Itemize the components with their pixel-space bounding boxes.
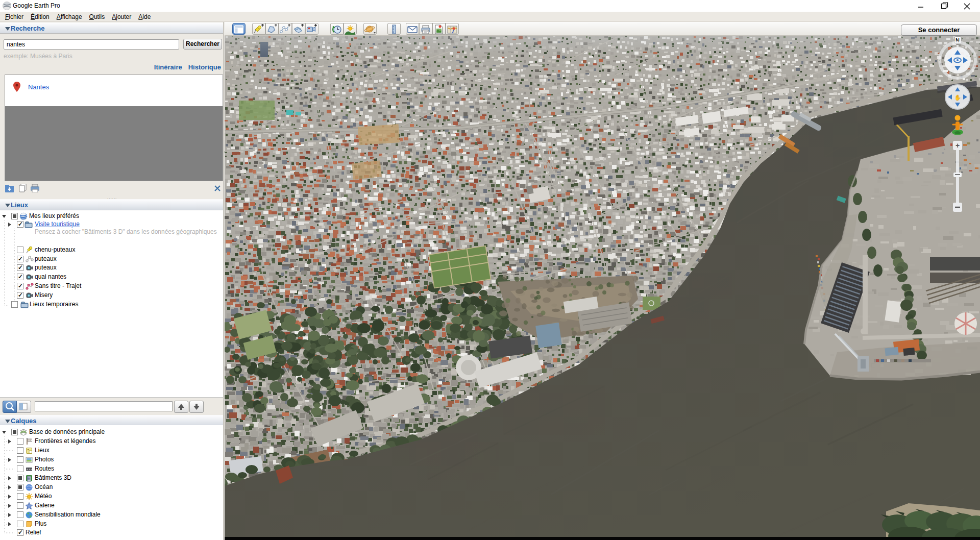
svg-text:+: +	[955, 141, 960, 150]
svg-text:✋: ✋	[954, 94, 961, 101]
